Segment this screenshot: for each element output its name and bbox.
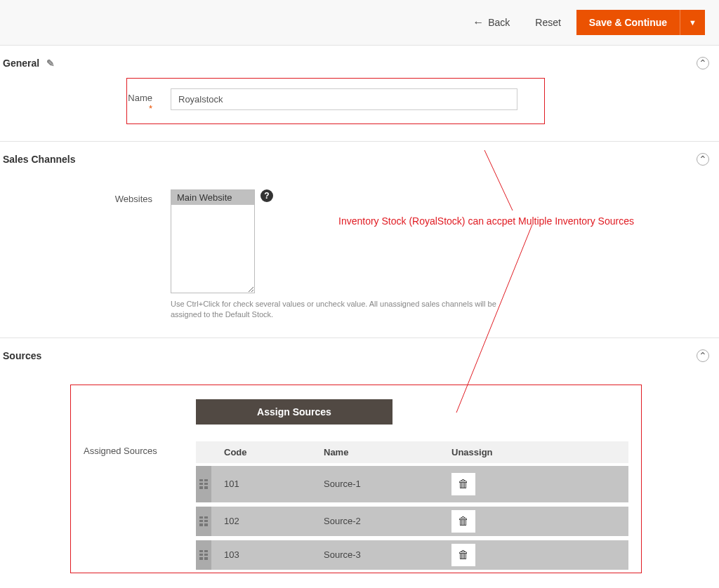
trash-icon: 🗑 xyxy=(458,549,469,561)
assigned-sources-label: Assigned Sources xyxy=(84,441,196,570)
annotation-text: Inventory Stock (RoyalStock) can accpet … xyxy=(338,215,634,227)
drag-icon xyxy=(199,550,208,560)
assign-sources-label: Assign Sources xyxy=(257,406,331,417)
assigned-table-header: Code Name Unassign xyxy=(196,441,628,463)
col-header-unassign: Unassign xyxy=(451,447,508,457)
table-row: 102Source-2🗑 xyxy=(196,507,628,536)
unassign-button[interactable]: 🗑 xyxy=(451,510,475,533)
back-button[interactable]: ← Back xyxy=(463,11,520,34)
section-sources-header[interactable]: Sources ⌃ xyxy=(0,349,719,370)
section-general: General ✎ ⌃ Name * xyxy=(0,46,719,142)
websites-option-main[interactable]: Main Website xyxy=(171,190,254,205)
assign-sources-button[interactable]: Assign Sources xyxy=(196,399,393,425)
name-field-label-col: Name * xyxy=(127,88,171,114)
websites-multiselect[interactable]: Main Website xyxy=(171,189,255,293)
section-general-title: General xyxy=(3,58,39,69)
collapse-toggle-sales-channels[interactable]: ⌃ xyxy=(697,153,709,166)
back-button-label: Back xyxy=(488,17,510,28)
cell-name: Source-1 xyxy=(324,479,451,489)
page-root: ← Back Reset Save & Continue ▼ General ✎… xyxy=(0,0,719,588)
section-sources-title: Sources xyxy=(3,350,41,361)
trash-icon: 🗑 xyxy=(458,478,469,490)
cell-code: 102 xyxy=(217,516,324,526)
save-button-group: Save & Continue ▼ xyxy=(576,10,705,35)
drag-icon xyxy=(199,479,208,489)
name-input[interactable] xyxy=(171,88,517,110)
section-general-header[interactable]: General ✎ ⌃ xyxy=(0,57,719,78)
drag-icon xyxy=(199,516,208,526)
table-row: 103Source-3🗑 xyxy=(196,540,628,570)
save-continue-button[interactable]: Save & Continue xyxy=(576,10,680,35)
save-dropdown-toggle[interactable]: ▼ xyxy=(680,10,705,35)
collapse-toggle-sources[interactable]: ⌃ xyxy=(697,349,709,362)
section-sources: Sources ⌃ Assign Sources Assigned Source… xyxy=(0,338,719,588)
name-field-label: Name xyxy=(128,93,152,103)
chevron-up-icon: ⌃ xyxy=(699,154,707,164)
general-highlight-box: Name * xyxy=(126,78,545,124)
unassign-button[interactable]: 🗑 xyxy=(451,473,475,495)
collapse-toggle-general[interactable]: ⌃ xyxy=(697,57,709,69)
table-row: 101Source-1🗑 xyxy=(196,466,628,502)
websites-hint: Use Ctrl+Click for check several values … xyxy=(171,299,522,321)
pencil-icon[interactable]: ✎ xyxy=(46,58,55,69)
websites-label: Websites xyxy=(115,194,152,204)
reset-button-label: Reset xyxy=(535,17,561,28)
chevron-up-icon: ⌃ xyxy=(699,58,707,68)
save-button-label: Save & Continue xyxy=(589,17,667,28)
drag-handle[interactable] xyxy=(196,466,211,502)
back-arrow-icon: ← xyxy=(473,16,484,29)
section-sales-channels-header[interactable]: Sales Channels ⌃ xyxy=(0,153,719,174)
top-toolbar: ← Back Reset Save & Continue ▼ xyxy=(0,0,719,46)
caret-down-icon: ▼ xyxy=(689,18,697,27)
required-star-icon: * xyxy=(149,103,152,114)
cell-name: Source-3 xyxy=(324,549,451,560)
sources-highlight-box: Assign Sources Assigned Sources Code Nam… xyxy=(70,385,642,573)
websites-label-col: Websites xyxy=(0,189,171,321)
chevron-up-icon: ⌃ xyxy=(699,351,707,361)
help-icon[interactable]: ? xyxy=(260,189,273,202)
col-header-name: Name xyxy=(324,447,451,457)
section-sales-channels-title: Sales Channels xyxy=(3,154,76,165)
section-sales-channels: Sales Channels ⌃ Websites Main Website ?… xyxy=(0,142,719,338)
unassign-button[interactable]: 🗑 xyxy=(451,544,475,566)
trash-icon: 🗑 xyxy=(458,515,469,528)
cell-code: 103 xyxy=(217,549,324,560)
col-header-code: Code xyxy=(217,447,324,457)
drag-handle[interactable] xyxy=(196,507,211,536)
cell-name: Source-2 xyxy=(324,516,451,526)
drag-handle[interactable] xyxy=(196,540,211,570)
assigned-sources-table: Code Name Unassign 101Source-1🗑102Source… xyxy=(196,441,628,570)
reset-button[interactable]: Reset xyxy=(525,11,571,34)
cell-code: 101 xyxy=(217,479,324,489)
